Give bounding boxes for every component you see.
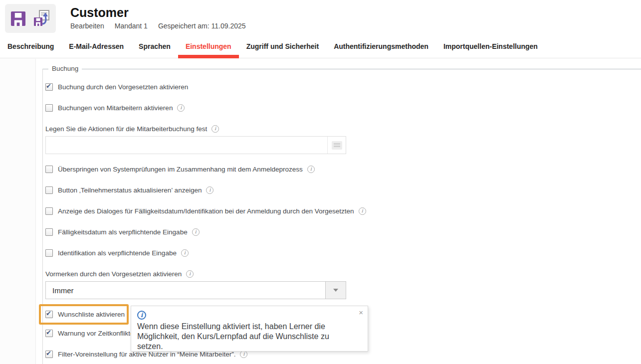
vormerken-select[interactable]: Immer: [45, 281, 346, 299]
wunschliste-tooltip: i × Wenn diese Einstellung aktiviert ist…: [131, 306, 368, 352]
info-icon[interactable]: i: [192, 228, 200, 236]
check-icon: ✔: [46, 350, 51, 357]
checkbox[interactable]: ✔: [45, 330, 53, 337]
aktionen-input[interactable]: [46, 137, 327, 154]
tab-sprachen[interactable]: Sprachen: [131, 35, 178, 58]
tab-bar: Beschreibung E-Mail-Adressen Sprachen Ei…: [0, 35, 641, 58]
saved-timestamp: Gespeichert am: 11.09.2025: [158, 22, 246, 30]
field-label-vormerken: Vormerken durch den Vorgesetzten aktivie…: [45, 270, 641, 278]
chevron-down-icon: [333, 289, 338, 292]
dropdown-button[interactable]: [325, 282, 346, 299]
checkbox-row-buchungen-mitarbeiter: ✔ Buchungen von Mitarbeitern aktivieren …: [45, 104, 641, 112]
info-icon[interactable]: i: [240, 351, 247, 358]
group-title: Buchung: [48, 65, 82, 72]
checkbox[interactable]: ✔: [45, 311, 53, 318]
check-icon: ✔: [46, 329, 51, 336]
checkbox-row-buchung-vorgesetzte: ✔ Buchung durch den Vorgesetzten aktivie…: [45, 83, 641, 91]
checkbox-row-identifikation: ✔ Identifikation als verpflichtende Eing…: [45, 249, 641, 257]
checkbox[interactable]: ✔: [45, 166, 53, 173]
mode-label: Bearbeiten: [70, 22, 104, 30]
checkbox-label: Buchungen von Mitarbeitern aktivieren: [58, 104, 173, 112]
list-icon: [332, 141, 342, 150]
check-icon: ✔: [46, 310, 51, 317]
checkbox-label: Warnung vor Zeitkonflikten: [58, 330, 138, 337]
checkbox-row-teilnehmerstatus-button: ✔ Button ‚Teilnehmerstatus aktualisieren…: [45, 186, 641, 194]
checkbox-label: Buchung durch den Vorgesetzten aktiviere…: [58, 83, 188, 91]
checkbox-label: Filter-Voreinstellung für aktive Nutzer …: [58, 351, 235, 358]
info-icon[interactable]: i: [177, 104, 185, 112]
checkbox-label: Überspringen von Systemprüfungen im Zusa…: [58, 166, 303, 173]
info-icon[interactable]: i: [307, 166, 315, 173]
tab-email-adressen[interactable]: E-Mail-Adressen: [61, 35, 131, 58]
checkbox[interactable]: ✔: [45, 83, 53, 91]
checkbox-row-faelligkeitsdatum: ✔ Fälligkeitsdatum als verpflichtende Ei…: [45, 228, 641, 236]
tab-einstellungen[interactable]: Einstellungen: [178, 35, 239, 58]
field-label-text: Legen Sie die Aktionen für die Mitarbeit…: [45, 125, 207, 133]
checkbox[interactable]: ✔: [45, 351, 53, 358]
tab-authentifizierungsmethoden[interactable]: Authentifizierungsmethoden: [326, 35, 436, 58]
page-header: Customer Bearbeiten Mandant 1 Gespeicher…: [0, 0, 641, 35]
tab-importquellen-einstellungen[interactable]: Importquellen-Einstellungen: [436, 35, 545, 58]
info-icon[interactable]: i: [206, 186, 214, 194]
checkbox-label: Fälligkeitsdatum als verpflichtende Eing…: [58, 228, 188, 236]
tooltip-text: Wenn diese Einstellung aktiviert ist, ha…: [137, 322, 354, 352]
tab-beschreibung[interactable]: Beschreibung: [0, 35, 61, 58]
header-meta: Bearbeiten Mandant 1 Gespeichert am: 11.…: [70, 22, 246, 30]
checkbox-label: Identifikation als verpflichtende Eingab…: [58, 249, 177, 257]
save-icon[interactable]: [10, 11, 26, 26]
info-icon: i: [137, 311, 146, 320]
aktionen-multiselect: [45, 136, 346, 154]
left-rail: [0, 59, 36, 364]
checkbox[interactable]: ✔: [45, 249, 53, 257]
checkbox-row-dialog-anzeige: ✔ Anzeige des Dialoges für Fälligkeitsda…: [45, 207, 641, 215]
checkbox[interactable]: ✔: [45, 207, 53, 215]
client-label: Mandant 1: [115, 22, 148, 30]
tab-zugriff-und-sicherheit[interactable]: Zugriff und Sicherheit: [239, 35, 326, 58]
checkbox[interactable]: ✔: [45, 104, 53, 112]
checkbox-label: Button ‚Teilnehmerstatus aktualisieren’ …: [58, 186, 202, 194]
page-title: Customer: [70, 5, 246, 19]
info-icon[interactable]: i: [186, 270, 194, 278]
info-icon[interactable]: i: [359, 207, 366, 215]
checkbox[interactable]: ✔: [45, 228, 53, 236]
info-icon[interactable]: i: [212, 125, 219, 133]
save-and-export-icon[interactable]: [32, 9, 50, 27]
check-icon: ✔: [46, 82, 51, 90]
select-value: Immer: [46, 282, 325, 299]
checkbox-label: Wunschliste aktivieren: [58, 311, 125, 318]
save-toolbar: [5, 4, 56, 33]
wunschliste-highlight-box: ✔ Wunschliste aktivieren: [39, 304, 129, 325]
checkbox[interactable]: ✔: [45, 186, 53, 194]
info-icon[interactable]: i: [181, 249, 189, 257]
field-label-text: Vormerken durch den Vorgesetzten aktivie…: [45, 270, 182, 278]
field-label-aktionen: Legen Sie die Aktionen für die Mitarbeit…: [45, 125, 641, 133]
close-icon[interactable]: ×: [359, 308, 363, 317]
open-picker-button[interactable]: [327, 137, 346, 154]
checkbox-label: Anzeige des Dialoges für Fälligkeitsdatu…: [58, 207, 354, 215]
checkbox-row-systempruefungen: ✔ Überspringen von Systemprüfungen im Zu…: [45, 165, 641, 174]
